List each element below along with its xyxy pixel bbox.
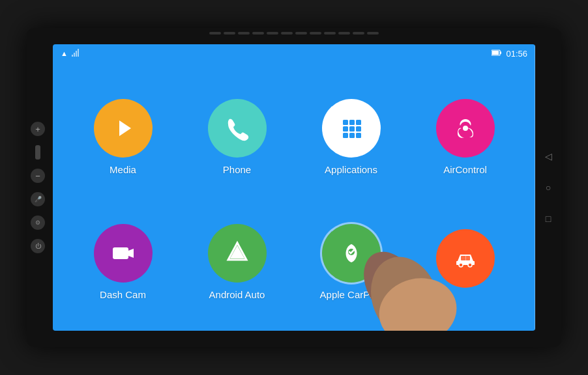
svg-rect-14 xyxy=(113,247,128,259)
app-label-dashcam: Dash Cam xyxy=(100,289,146,300)
status-right: 01:56 xyxy=(492,49,527,59)
car-headunit: + − 🎤 ⚙ ⏻ ▲ xyxy=(27,28,561,347)
app-item-media[interactable]: Media xyxy=(72,81,173,193)
app-label-media: Media xyxy=(110,164,136,175)
app-label-aircontrol: AirControl xyxy=(443,164,487,175)
app-icon-applications xyxy=(322,99,381,158)
settings-button[interactable]: ⚙ xyxy=(31,215,45,230)
app-icon-dashcam xyxy=(94,224,153,283)
svg-rect-9 xyxy=(356,126,361,132)
svg-rect-11 xyxy=(349,133,355,138)
app-icon-carplay xyxy=(322,224,381,283)
power-button[interactable]: ⏻ xyxy=(31,239,45,253)
battery-icon xyxy=(492,49,502,57)
svg-rect-10 xyxy=(343,133,348,138)
left-controls: + − 🎤 ⚙ ⏻ xyxy=(27,115,49,260)
recents-button[interactable]: □ xyxy=(540,211,556,227)
svg-marker-15 xyxy=(128,249,134,258)
app-label-applications: Applications xyxy=(325,164,377,175)
app-icon-phone xyxy=(208,99,267,158)
wifi-icon: ▲ xyxy=(61,49,68,57)
app-item-androidauto[interactable]: Android Auto xyxy=(186,206,287,318)
svg-rect-4 xyxy=(343,120,348,125)
app-item-dashcam[interactable]: Dash Cam xyxy=(72,206,173,318)
status-left: ▲ xyxy=(61,49,81,58)
svg-marker-3 xyxy=(119,120,131,136)
right-nav-buttons: ◁ ○ □ xyxy=(540,148,556,227)
svg-rect-12 xyxy=(356,133,361,138)
app-label-phone: Phone xyxy=(223,164,251,175)
svg-rect-8 xyxy=(349,126,355,132)
svg-point-20 xyxy=(468,263,472,267)
time-display: 01:56 xyxy=(506,49,527,59)
app-label-carplay: Apple CarPlay xyxy=(320,289,383,300)
app-item-applications[interactable]: Applications xyxy=(301,81,402,193)
svg-rect-6 xyxy=(356,120,361,125)
back-button[interactable]: ◁ xyxy=(540,148,556,164)
app-item-carplay[interactable]: Apple CarPlay xyxy=(301,206,402,318)
svg-rect-1 xyxy=(500,51,501,54)
divider xyxy=(35,145,40,160)
signal-icon xyxy=(72,49,81,58)
app-icon-media xyxy=(94,99,153,158)
app-icon-androidauto xyxy=(208,224,267,283)
app-item-aircontrol[interactable]: AirControl xyxy=(415,81,516,193)
home-button[interactable]: ○ xyxy=(540,180,556,195)
svg-rect-22 xyxy=(465,256,466,260)
vent-lines xyxy=(209,32,379,35)
svg-point-19 xyxy=(459,263,463,267)
svg-rect-5 xyxy=(349,120,355,125)
app-item-car[interactable] xyxy=(415,206,516,318)
app-label-androidauto: Android Auto xyxy=(209,289,265,300)
mic-button[interactable]: 🎤 xyxy=(31,192,45,206)
app-item-phone[interactable]: Phone xyxy=(186,81,287,193)
svg-rect-7 xyxy=(343,126,348,132)
status-bar: ▲ 01:56 xyxy=(53,44,535,62)
main-screen: ▲ 01:56 xyxy=(53,44,535,331)
app-grid: Media Phone xyxy=(53,68,535,331)
app-icon-aircontrol xyxy=(436,99,495,158)
volume-up-button[interactable]: + xyxy=(31,122,45,136)
app-icon-car xyxy=(436,229,495,288)
volume-down-button[interactable]: − xyxy=(31,169,45,183)
svg-rect-2 xyxy=(492,51,499,55)
